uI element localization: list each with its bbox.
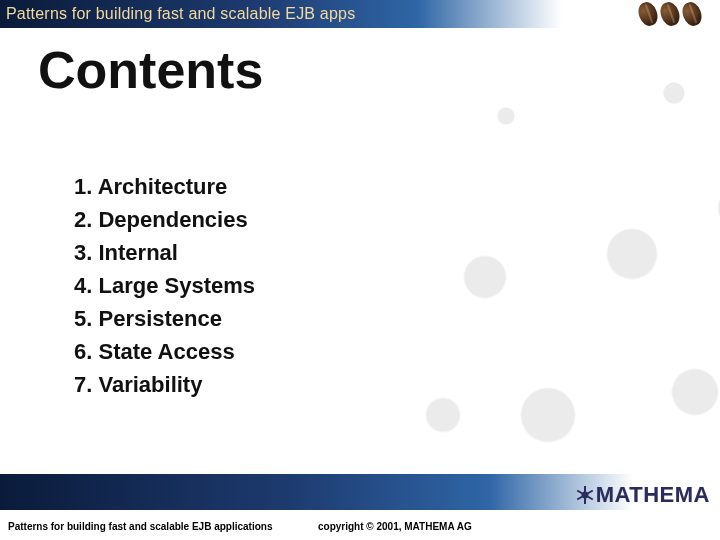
toc-item: 3. Internal bbox=[74, 236, 255, 269]
toc-label: State Access bbox=[98, 339, 234, 364]
toc-number: 6. bbox=[74, 339, 92, 364]
toc-label: Persistence bbox=[98, 306, 222, 331]
toc-number: 2. bbox=[74, 207, 92, 232]
table-of-contents: 1. Architecture 2. Dependencies 3. Inter… bbox=[74, 170, 255, 401]
toc-item: 4. Large Systems bbox=[74, 269, 255, 302]
toc-item: 5. Persistence bbox=[74, 302, 255, 335]
toc-number: 4. bbox=[74, 273, 92, 298]
header-title: Patterns for building fast and scalable … bbox=[0, 5, 355, 23]
toc-item: 6. State Access bbox=[74, 335, 255, 368]
toc-label: Dependencies bbox=[98, 207, 247, 232]
footer-logo-text: MATHEMA bbox=[596, 482, 710, 507]
footer-logo: MATHEMA bbox=[576, 482, 710, 508]
toc-label: Internal bbox=[98, 240, 177, 265]
toc-item: 2. Dependencies bbox=[74, 203, 255, 236]
toc-label: Architecture bbox=[98, 174, 228, 199]
toc-item: 7. Variability bbox=[74, 368, 255, 401]
toc-number: 3. bbox=[74, 240, 92, 265]
toc-number: 1. bbox=[74, 174, 92, 199]
toc-number: 7. bbox=[74, 372, 92, 397]
page-title: Contents bbox=[38, 40, 263, 100]
footer-left-text: Patterns for building fast and scalable … bbox=[8, 521, 273, 532]
toc-label: Variability bbox=[98, 372, 202, 397]
footer-copyright: copyright © 2001, MATHEMA AG bbox=[318, 521, 472, 532]
toc-label: Large Systems bbox=[98, 273, 255, 298]
toc-number: 5. bbox=[74, 306, 92, 331]
logo-burst-icon bbox=[576, 486, 594, 504]
toc-item: 1. Architecture bbox=[74, 170, 255, 203]
background-art bbox=[380, 24, 720, 484]
slide: Patterns for building fast and scalable … bbox=[0, 0, 720, 540]
